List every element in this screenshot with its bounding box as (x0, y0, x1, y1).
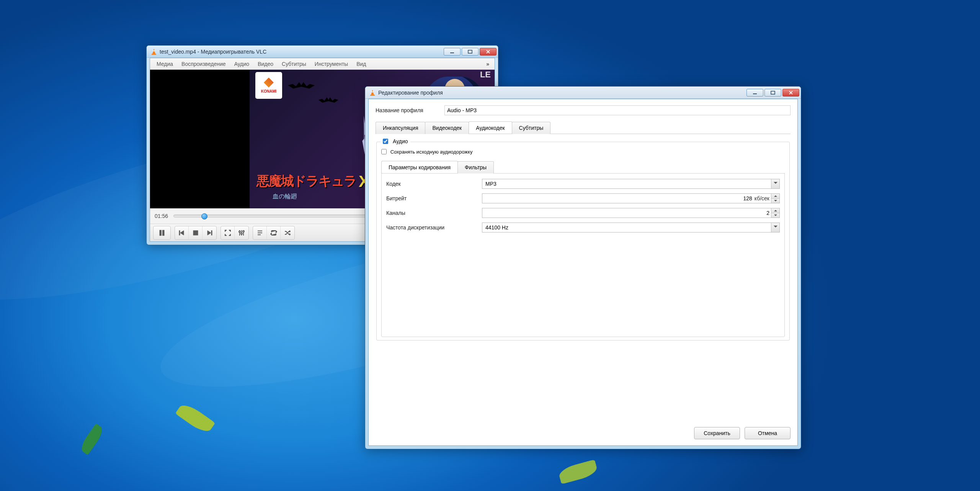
pause-button[interactable] (154, 226, 170, 239)
svg-rect-6 (163, 230, 165, 236)
next-button[interactable] (203, 226, 216, 239)
svg-rect-1 (153, 51, 155, 51)
svg-point-13 (241, 233, 242, 234)
dialog-client: Название профиля Инкапсуляция Видеокодек… (368, 99, 798, 446)
loop-button[interactable] (267, 226, 281, 239)
codec-label: Кодек (386, 181, 482, 187)
vlc-cone-icon (150, 48, 157, 55)
svg-point-12 (239, 231, 240, 232)
chevron-down-icon (771, 223, 779, 232)
audio-subtabs: Параметры кодирования Фильтры (381, 161, 785, 173)
tab-audio-codec[interactable]: Аудиокодек (469, 121, 512, 134)
desktop-leaf-decoration (175, 401, 216, 435)
codec-combobox[interactable]: MP3 (482, 179, 780, 189)
samplerate-combobox[interactable]: 44100 Hz (482, 223, 780, 232)
samplerate-value: 44100 Hz (485, 224, 508, 231)
dialog-title: Редактирование профиля (378, 90, 745, 96)
profile-edit-dialog: Редактирование профиля Название профиля … (365, 86, 801, 449)
svg-rect-3 (450, 52, 454, 53)
menu-audio[interactable]: Аудио (230, 59, 254, 69)
svg-rect-5 (160, 230, 162, 236)
profile-name-input[interactable] (444, 105, 791, 115)
spin-buttons[interactable] (771, 208, 779, 218)
subtab-encoding-params[interactable]: Параметры кодирования (381, 161, 458, 173)
audio-enable-checkbox[interactable] (383, 139, 388, 144)
menu-media[interactable]: Медиа (152, 59, 177, 69)
channels-label: Каналы (386, 210, 482, 216)
bitrate-value: 128 (743, 195, 752, 201)
svg-rect-18 (753, 93, 757, 94)
svg-marker-8 (180, 231, 184, 235)
fullscreen-button[interactable] (221, 226, 235, 239)
maximize-button[interactable] (462, 48, 479, 56)
vlc-menubar: Медиа Воспроизведение Аудио Видео Субтит… (150, 58, 495, 70)
bitrate-unit: кб/сек (755, 195, 769, 201)
desktop-leaf-decoration (78, 424, 105, 455)
menu-tools[interactable]: Инструменты (310, 59, 352, 69)
tab-video-codec[interactable]: Видеокодек (425, 122, 469, 134)
svg-rect-9 (193, 231, 198, 235)
vlc-cone-icon (369, 89, 376, 96)
svg-rect-19 (771, 91, 775, 94)
svg-rect-16 (371, 92, 374, 92)
playlist-button[interactable] (253, 226, 267, 239)
svg-rect-4 (468, 50, 472, 53)
close-button[interactable] (480, 48, 497, 56)
seek-knob[interactable] (201, 213, 207, 219)
bitrate-spinbox[interactable]: 128 кб/сек (482, 193, 780, 203)
keep-original-track-label: Сохранять исходную аудиодорожку (390, 149, 473, 155)
tab-subtitles[interactable]: Субтитры (512, 122, 551, 134)
elapsed-time[interactable]: 01:56 (155, 213, 168, 219)
minimize-button[interactable] (444, 48, 461, 56)
keep-original-track-checkbox[interactable] (381, 149, 387, 154)
dialog-titlebar[interactable]: Редактирование профиля (365, 87, 801, 99)
channels-spinbox[interactable]: 2 (482, 208, 780, 218)
audio-group: Аудио Сохранять исходную аудиодорожку Па… (376, 142, 790, 340)
menu-overflow[interactable]: » (483, 59, 492, 69)
svg-rect-7 (179, 231, 180, 235)
codec-value: MP3 (485, 181, 497, 187)
spin-buttons[interactable] (771, 194, 779, 203)
cancel-button[interactable]: Отмена (745, 427, 791, 439)
stop-button[interactable] (189, 226, 203, 239)
previous-button[interactable] (175, 226, 189, 239)
svg-marker-11 (207, 231, 211, 235)
maximize-button[interactable] (764, 89, 781, 97)
bitrate-label: Битрейт (386, 195, 482, 201)
svg-rect-17 (370, 95, 375, 96)
samplerate-label: Частота дискретизации (386, 224, 482, 231)
menu-view[interactable]: Вид (352, 59, 370, 69)
audio-group-label: Аудио (393, 138, 408, 144)
vlc-titlebar[interactable]: test_video.mp4 - Медиапроигрыватель VLC (147, 46, 498, 58)
channels-value: 2 (766, 210, 769, 216)
svg-rect-2 (152, 54, 156, 55)
menu-video[interactable]: Видео (253, 59, 278, 69)
desktop-leaf-decoration (558, 460, 599, 484)
menu-playback[interactable]: Воспроизведение (177, 59, 230, 69)
codec-tabs: Инкапсуляция Видеокодек Аудиокодек Субти… (376, 121, 791, 134)
tab-encapsulation[interactable]: Инкапсуляция (376, 122, 425, 134)
close-button[interactable] (782, 89, 799, 97)
konami-logo: KONAMI (255, 72, 282, 99)
shuffle-button[interactable] (281, 226, 294, 239)
svg-rect-10 (211, 231, 212, 235)
minimize-button[interactable] (746, 89, 763, 97)
vlc-window-title: test_video.mp4 - Медиапроигрыватель VLC (160, 49, 443, 55)
save-button[interactable]: Сохранить (694, 427, 740, 439)
svg-point-14 (243, 231, 244, 232)
profile-name-label: Название профиля (376, 107, 444, 113)
extended-settings-button[interactable] (235, 226, 248, 239)
subtab-filters[interactable]: Фильтры (457, 161, 494, 173)
menu-subtitles[interactable]: Субтитры (278, 59, 310, 69)
chevron-down-icon (771, 179, 779, 188)
